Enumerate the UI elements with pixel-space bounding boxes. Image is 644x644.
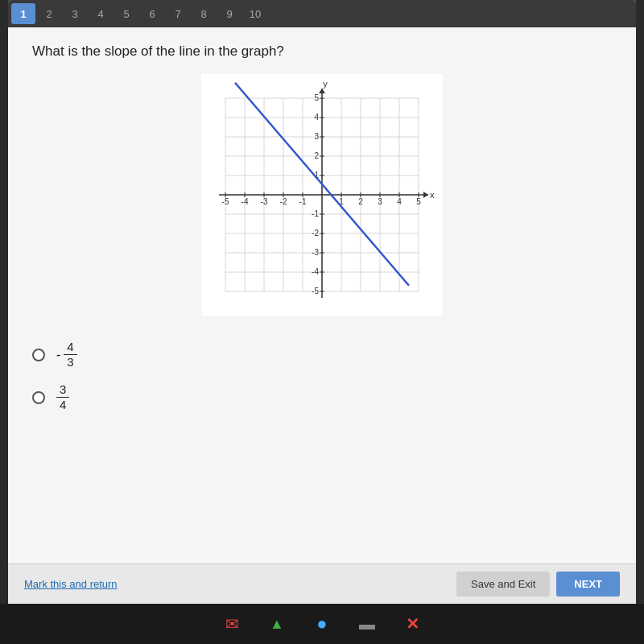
mark-return-link[interactable]: Mark this and return: [24, 578, 118, 590]
tab-1[interactable]: 1: [11, 3, 35, 24]
answer-option-1[interactable]: - 4 3: [32, 340, 612, 369]
save-exit-button[interactable]: Save and Exit: [456, 572, 550, 597]
content-area: 1 2 3 4 5 6 7 8 9 10 What is the slope o…: [8, 0, 636, 600]
tab-10[interactable]: 10: [243, 3, 267, 24]
tab-7[interactable]: 7: [166, 3, 190, 24]
tab-2[interactable]: 2: [37, 3, 61, 24]
tab-4[interactable]: 4: [89, 3, 113, 24]
mail-icon[interactable]: ✉: [217, 609, 246, 638]
tab-5[interactable]: 5: [114, 3, 138, 24]
answer-option-2[interactable]: 3 4: [32, 382, 612, 412]
bottom-buttons: Save and Exit NEXT: [456, 572, 620, 597]
tab-6[interactable]: 6: [140, 3, 164, 24]
bottom-bar: Mark this and return Save and Exit NEXT: [8, 564, 636, 604]
graph-canvas: [201, 74, 443, 316]
question-content: What is the slope of the line in the gra…: [8, 27, 636, 600]
numerator-2: 3: [56, 382, 69, 398]
graph-container: [32, 74, 612, 316]
radio-1[interactable]: [32, 349, 45, 361]
graph-wrapper: [201, 74, 443, 316]
chrome-icon[interactable]: ●: [308, 609, 336, 638]
triangle-icon[interactable]: ▲: [262, 609, 291, 638]
answers-section: - 4 3 3 4: [32, 332, 612, 433]
taskbar: ✉ ▲ ● ▬ ✕: [0, 604, 644, 644]
negative-sign-1: -: [56, 348, 60, 362]
fraction-1: - 4 3: [56, 340, 77, 369]
question-text: What is the slope of the line in the gra…: [32, 43, 612, 60]
close-icon[interactable]: ✕: [398, 609, 427, 638]
numerator-1: 4: [64, 340, 76, 355]
tab-3[interactable]: 3: [63, 3, 87, 24]
denominator-2: 4: [56, 398, 69, 412]
next-button[interactable]: NEXT: [556, 572, 620, 597]
denominator-1: 3: [64, 355, 76, 369]
fraction-display-2: 3 4: [56, 382, 69, 412]
radio-2[interactable]: [32, 391, 45, 404]
question-tabs: 1 2 3 4 5 6 7 8 9 10: [8, 0, 636, 27]
fraction-display-1: 4 3: [64, 340, 76, 369]
tab-9[interactable]: 9: [217, 3, 242, 24]
tab-8[interactable]: 8: [192, 3, 216, 24]
window-icon[interactable]: ▬: [353, 609, 382, 638]
